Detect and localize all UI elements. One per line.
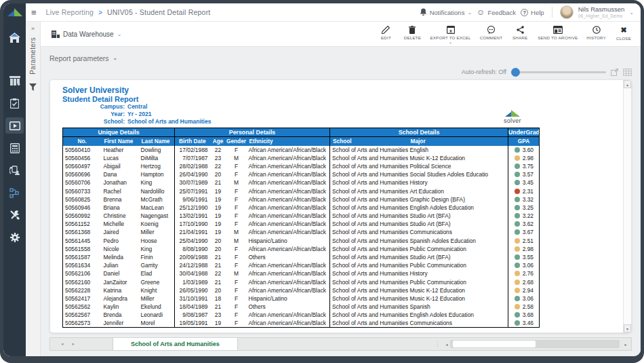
table-row[interactable]: 50562562 Kaylin Ekelund 18/04/1989 21 F … [63, 303, 540, 311]
table-row[interactable]: 50561587 Melinda Finin 20/09/1988 21 F O… [63, 253, 540, 261]
gpa-value: 3.62 [523, 221, 534, 227]
table-row[interactable]: 50562567 Brenda Leonardi 9/08/1987 23 F … [63, 311, 540, 319]
feedback-label: Feedback [487, 9, 516, 16]
gpa-value: 3.46 [523, 320, 534, 326]
user-avatar[interactable] [560, 5, 573, 19]
sidebar-item-tools[interactable] [5, 207, 24, 223]
table-row[interactable]: 50562160 JanZaitor Greene 1/03/1989 21 F… [63, 278, 540, 286]
sidebar-item-home[interactable] [5, 29, 24, 45]
delete-button[interactable]: DELETE [403, 26, 421, 40]
parameters-panel-label[interactable]: Parameters [29, 37, 37, 75]
gpa-status-dot [515, 304, 520, 309]
table-row[interactable]: 50561558 Nicole King 8/08/1990 20 F Afri… [63, 245, 540, 253]
table-row[interactable]: 50560456 Lucas DiMilta 7/07/1987 23 M Af… [63, 154, 540, 162]
gpa-value: 3.68 [523, 311, 534, 318]
table-row[interactable]: 50562106 Daniel Elad 30/04/1988 22 M Afr… [63, 269, 540, 278]
gpa-status-dot [515, 155, 520, 161]
sidebar-item-tasks[interactable] [5, 95, 24, 111]
user-workspace: 06_Higher_Ed_Demo [578, 14, 625, 18]
horizontal-scrollbar[interactable]: ◂ [443, 340, 620, 348]
sidebar-item-budgeting[interactable] [5, 140, 24, 156]
breadcrumb-separator: > [98, 9, 102, 16]
solver-logo-icon [7, 7, 22, 20]
report-toolbar: Data Warehouse ⌄ EDIT DELETE [41, 22, 641, 47]
close-button[interactable]: ✖ CLOSE [615, 26, 632, 41]
table-row[interactable]: 50561368 Jaired Miller 21/04/1991 19 M A… [63, 228, 540, 236]
history-clock-icon [592, 26, 601, 34]
notifications-button[interactable]: Notifications ⌄ [420, 8, 472, 16]
top-navigation-bar: ≡ Live Reporting > UNIV05 - Student Deta… [26, 3, 641, 22]
export-dropdown-chevron-icon[interactable]: ⌄ [449, 41, 452, 43]
table-row[interactable]: 50560410 Heather Dowling 17/02/1988 22 F… [63, 146, 540, 154]
report-vertical-scrollbar[interactable]: ▴ ▾ [623, 80, 631, 332]
table-row[interactable]: 50562417 Alejandra Miller 31/10/1991 18 … [63, 294, 540, 303]
send-to-archive-button[interactable]: SEND TO ARCHIVE [538, 26, 578, 40]
school-value: School of Arts and Humanities [127, 118, 211, 126]
table-row[interactable]: 50560946 Briana MacLean 25/12/1990 19 F … [63, 204, 540, 212]
table-row[interactable]: 50561634 Julian Garrity 24/12/1988 21 F … [63, 261, 540, 269]
gpa-status-dot [515, 229, 520, 235]
expand-parameters-icon[interactable]: » [31, 25, 35, 32]
gpa-value: 3.45 [523, 179, 534, 186]
auto-refresh-toggle[interactable] [511, 71, 606, 73]
history-button[interactable]: HISTORY [586, 26, 606, 40]
trash-icon [409, 26, 416, 34]
help-button[interactable]: ? Help [521, 9, 544, 16]
open-in-new-icon[interactable] [611, 69, 618, 76]
gpa-status-dot [515, 147, 520, 153]
user-menu-chevron-icon[interactable]: ⌄ [629, 9, 634, 16]
data-source-selector[interactable]: Data Warehouse ⌄ [52, 30, 121, 38]
previous-sheet-icon[interactable]: ◂ [61, 341, 64, 347]
solver-triangle-icon [505, 110, 520, 117]
scroll-down-icon[interactable]: ▾ [624, 324, 631, 332]
share-icon [517, 26, 524, 34]
report-parameters-chevron-icon[interactable]: ⌄ [113, 55, 118, 61]
student-table-body: 50560410 Heather Dowling 17/02/1988 22 F… [63, 146, 540, 328]
menu-hamburger-icon[interactable]: ≡ [31, 7, 37, 18]
sidebar-item-settings[interactable] [5, 229, 24, 246]
col-header-school: School [330, 137, 408, 146]
export-to-excel-button[interactable]: x EXPORT TO EXCEL ⌄ [430, 26, 470, 43]
sidebar-item-organization[interactable] [5, 73, 24, 89]
share-button[interactable]: SHARE [511, 26, 529, 40]
group-header-unique: Unique Details [63, 128, 175, 137]
table-row[interactable]: 50562573 Jennifer Morel 19/05/1991 19 F … [63, 319, 540, 327]
feedback-button[interactable]: ☺ Feedback [477, 8, 516, 16]
gpa-status-dot [515, 263, 520, 268]
table-row[interactable]: 50560733 Rachel Nardolillo 25/07/1991 19… [63, 187, 540, 195]
breadcrumb-section[interactable]: Live Reporting [46, 8, 94, 16]
edit-button[interactable]: EDIT [377, 26, 395, 40]
table-row[interactable]: 50560497 Abigail Hertzog 28/02/1988 22 F… [63, 162, 540, 170]
horizontal-scroll-thumb[interactable] [453, 341, 536, 347]
filter-funnel-icon[interactable] [29, 81, 37, 94]
next-sheet-icon[interactable]: ▸ [73, 341, 75, 347]
breadcrumb: Live Reporting > UNIV05 - Student Detail… [46, 8, 211, 16]
grid-view-icon[interactable] [623, 69, 632, 76]
notifications-label: Notifications [430, 9, 465, 16]
gpa-value: 2.76 [523, 270, 534, 277]
table-row[interactable]: 50561152 Michelle Koenig 17/10/1990 19 F… [63, 220, 540, 228]
gpa-value: 3.60 [523, 147, 534, 153]
report-name: Student Detail Report [62, 95, 622, 103]
table-row[interactable]: 50560992 Christine Nagengast 13/02/1991 … [63, 212, 540, 220]
table-row[interactable]: 50560825 Brenna McGrath 9/06/1991 19 F A… [63, 195, 540, 204]
table-row[interactable]: 50562228 Katrina Knight 26/05/1990 20 F … [63, 286, 540, 294]
table-row[interactable]: 50560706 Jonathan King 30/07/1989 21 M A… [63, 178, 540, 187]
gpa-value: 2.51 [523, 237, 534, 244]
scroll-up-icon[interactable]: ▴ [624, 80, 631, 88]
table-row[interactable]: 50561445 Pedro Hoose 25/04/1990 20 M His… [63, 237, 540, 245]
user-menu[interactable]: Nils Rasmussen 06_Higher_Ed_Demo [578, 6, 625, 18]
sidebar-item-live-reporting[interactable] [5, 117, 24, 134]
sheet-tab-arts-humanities[interactable]: School of Arts and Humanities [113, 338, 238, 350]
comment-button[interactable]: COMMENT [480, 26, 502, 40]
gpa-status-dot [515, 254, 520, 260]
scroll-left-icon[interactable]: ◂ [443, 342, 450, 347]
sidebar-item-data-transfer[interactable] [5, 162, 24, 178]
report-parameters-label[interactable]: Report parameters [49, 54, 109, 62]
table-row[interactable]: 50560696 Dana Hampton 26/04/1990 20 F Af… [63, 170, 540, 178]
auto-refresh-knob[interactable] [511, 68, 520, 77]
scroll-right-icon[interactable]: ▸ [622, 338, 629, 350]
sidebar-item-process-flow[interactable] [5, 185, 24, 201]
tab-bar-splitter[interactable]: ⋮ [435, 338, 443, 350]
chevron-down-icon: ⌄ [117, 31, 122, 37]
